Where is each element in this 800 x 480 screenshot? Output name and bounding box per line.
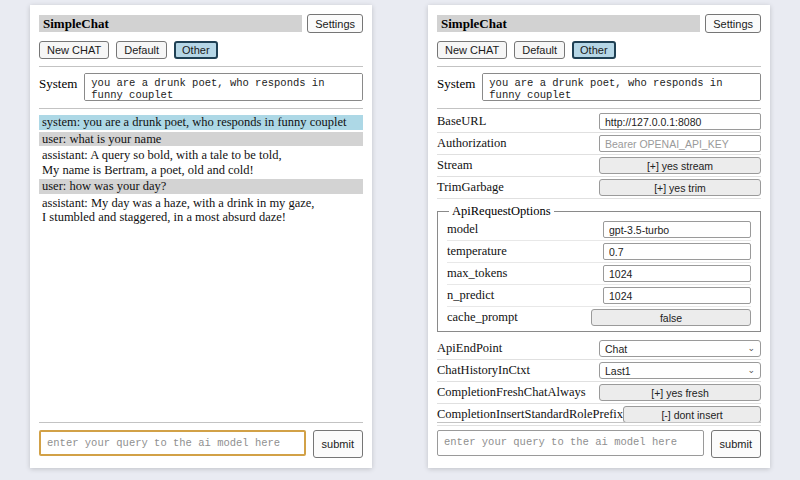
fieldset-legend: ApiRequestOptions: [449, 204, 554, 219]
model-input[interactable]: [603, 221, 751, 238]
setting-label: max_tokens: [447, 266, 507, 281]
submit-button[interactable]: submit: [313, 430, 363, 458]
session-toolbar: New CHAT Default Other: [437, 41, 761, 59]
setting-row-baseurl: BaseURL: [437, 111, 761, 133]
chat-message-assistant: assistant: My day was a haze, with a dri…: [39, 196, 363, 225]
chat-message-user: user: how was your day?: [39, 179, 363, 194]
session-toolbar: New CHAT Default Other: [39, 41, 363, 59]
system-prompt-textarea[interactable]: you are a drunk poet, who responds in fu…: [84, 73, 363, 101]
setting-label: ChatHistoryInCtxt: [437, 363, 530, 378]
setting-row-chat-history-in-ctxt: ChatHistoryInCtxt Last1 ⌄: [437, 360, 761, 382]
titlebar: SimpleChat Settings: [437, 14, 761, 33]
setting-row-stream: Stream [+] yes stream: [437, 155, 761, 177]
app-title: SimpleChat: [437, 15, 700, 32]
chat-message-user: user: what is your name: [39, 132, 363, 147]
system-prompt-row: System you are a drunk poet, who respond…: [437, 73, 761, 101]
setting-row-completion-fresh-chat-always: CompletionFreshChatAlways [+] yes fresh: [437, 382, 761, 404]
n-predict-input[interactable]: [603, 287, 751, 304]
setting-label: BaseURL: [437, 114, 486, 129]
chat-message-assistant: assistant: A query so bold, with a tale …: [39, 148, 363, 177]
divider: [437, 108, 761, 109]
setting-label: ApiEndPoint: [437, 341, 502, 356]
session-button-default[interactable]: Default: [514, 41, 565, 59]
setting-row-cache-prompt: cache_prompt false: [447, 307, 751, 328]
setting-label: Stream: [437, 158, 472, 173]
setting-row-api-endpoint: ApiEndPoint Chat ⌄: [437, 338, 761, 360]
query-textarea[interactable]: [39, 430, 306, 456]
setting-label: Authorization: [437, 136, 506, 151]
select-value: Chat: [605, 343, 627, 355]
new-chat-button[interactable]: New CHAT: [39, 41, 109, 59]
completion-fresh-chat-always-toggle-button[interactable]: [+] yes fresh: [599, 384, 761, 401]
temperature-input[interactable]: [603, 243, 751, 260]
divider: [437, 66, 761, 67]
max-tokens-input[interactable]: [603, 265, 751, 282]
divider: [39, 108, 363, 109]
api-request-options-fieldset: ApiRequestOptions model temperature max_…: [437, 204, 761, 332]
titlebar: SimpleChat Settings: [39, 14, 363, 33]
settings-form: BaseURL Authorization Stream [+] yes str…: [437, 111, 761, 426]
system-label: System: [437, 73, 475, 92]
authorization-input[interactable]: [599, 135, 761, 152]
chevron-down-icon: ⌄: [747, 344, 755, 353]
setting-label: model: [447, 222, 478, 237]
simplechat-chat-panel: SimpleChat Settings New CHAT Default Oth…: [30, 5, 372, 468]
setting-label: CompletionFreshChatAlways: [437, 385, 586, 400]
setting-label: n_predict: [447, 288, 494, 303]
session-button-other[interactable]: Other: [572, 41, 616, 59]
chat-message-list: system: you are a drunk poet, who respon…: [39, 115, 363, 225]
system-prompt-textarea[interactable]: you are a drunk poet, who responds in fu…: [482, 73, 761, 101]
query-bar: submit: [39, 422, 363, 458]
completion-insert-standard-role-prefix-toggle-button[interactable]: [-] dont insert: [623, 406, 761, 423]
query-bar: submit: [437, 422, 761, 458]
simplechat-settings-panel: SimpleChat Settings New CHAT Default Oth…: [428, 5, 770, 468]
setting-row-trimgarbage: TrimGarbage [+] yes trim: [437, 177, 761, 199]
setting-row-model: model: [447, 219, 751, 241]
chevron-down-icon: ⌄: [747, 366, 755, 375]
setting-row-n-predict: n_predict: [447, 285, 751, 307]
stream-toggle-button[interactable]: [+] yes stream: [599, 157, 761, 174]
setting-row-authorization: Authorization: [437, 133, 761, 155]
setting-row-max-tokens: max_tokens: [447, 263, 751, 285]
baseurl-input[interactable]: [599, 113, 761, 130]
settings-button[interactable]: Settings: [307, 14, 363, 33]
setting-label: TrimGarbage: [437, 180, 504, 195]
session-button-other[interactable]: Other: [174, 41, 218, 59]
session-button-default[interactable]: Default: [116, 41, 167, 59]
chat-message-system: system: you are a drunk poet, who respon…: [39, 115, 363, 130]
setting-label: cache_prompt: [447, 310, 518, 325]
system-label: System: [39, 73, 77, 92]
setting-label: temperature: [447, 244, 507, 259]
settings-button[interactable]: Settings: [705, 14, 761, 33]
divider: [39, 66, 363, 67]
app-title: SimpleChat: [39, 15, 302, 32]
system-prompt-row: System you are a drunk poet, who respond…: [39, 73, 363, 101]
submit-button[interactable]: submit: [711, 430, 761, 458]
select-value: Last1: [605, 365, 631, 377]
cache-prompt-toggle-button[interactable]: false: [591, 309, 751, 326]
setting-label: CompletionInsertStandardRolePrefix: [437, 407, 623, 422]
setting-row-temperature: temperature: [447, 241, 751, 263]
chat-history-in-ctxt-select[interactable]: Last1 ⌄: [599, 362, 761, 379]
trimgarbage-toggle-button[interactable]: [+] yes trim: [599, 179, 761, 196]
new-chat-button[interactable]: New CHAT: [437, 41, 507, 59]
query-textarea[interactable]: [437, 430, 704, 456]
api-endpoint-select[interactable]: Chat ⌄: [599, 340, 761, 357]
